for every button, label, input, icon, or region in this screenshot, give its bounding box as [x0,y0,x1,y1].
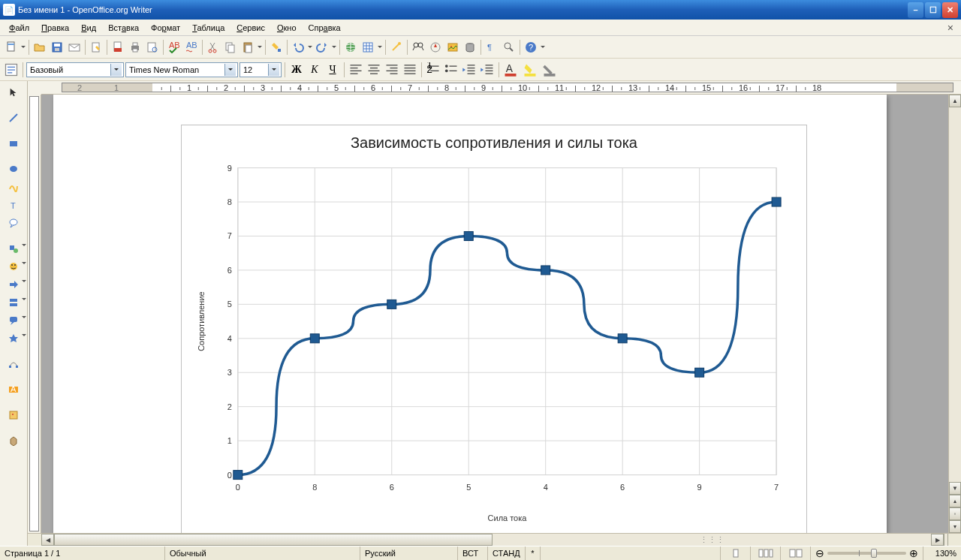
status-language[interactable]: Русский [360,546,458,560]
hyperlink-icon[interactable] [342,39,359,56]
scroll-down-button[interactable]: ▼ [949,482,961,495]
save-icon[interactable] [49,39,65,56]
spellcheck-icon[interactable]: ABC [166,39,182,56]
horizontal-scroll-track[interactable]: ⋮⋮⋮ [54,534,931,546]
format-paintbrush-icon[interactable] [268,39,285,56]
new-document-icon[interactable] [3,39,20,56]
callouts-tool[interactable] [5,312,22,329]
align-center-icon[interactable] [366,62,382,78]
paste-icon[interactable] [239,39,256,56]
zoom-icon[interactable] [501,39,517,56]
zoom-percentage[interactable]: 130% [923,546,961,560]
table-icon[interactable] [360,39,376,56]
menu-edit[interactable]: Правка [35,22,75,34]
zoom-slider[interactable]: ⊖ ⊕ [811,546,923,560]
new-dropdown[interactable] [20,44,26,50]
redo-dropdown[interactable] [331,44,337,50]
status-signature[interactable] [541,546,721,560]
line-tool[interactable] [5,110,22,126]
chart-object[interactable]: Зависимость сопротивления и силы тока 01… [181,125,807,533]
stars-tool[interactable] [5,330,22,347]
menu-tools[interactable]: Сервис [230,22,271,34]
from-file-tool[interactable] [5,407,22,423]
block-arrows-tool[interactable] [5,276,22,293]
find-replace-icon[interactable] [410,39,426,56]
text-tool[interactable]: T [5,197,22,213]
decrease-indent-icon[interactable] [461,62,477,78]
data-sources-icon[interactable] [462,39,478,56]
background-color-icon[interactable] [541,62,558,78]
flowchart-tool[interactable] [5,294,22,311]
gallery-icon[interactable] [444,39,461,56]
scroll-up-button[interactable]: ▲ [949,95,961,107]
status-modified[interactable]: * [526,546,541,560]
status-selection-mode[interactable]: СТАНД [488,546,526,560]
view-layout-book[interactable] [781,546,811,560]
print-icon[interactable] [127,39,143,56]
numbered-list-icon[interactable]: 12 [425,62,441,78]
vertical-ruler[interactable] [28,95,41,533]
undo-icon[interactable] [290,39,306,56]
view-layout-single[interactable] [721,546,751,560]
menu-table[interactable]: Таблица [186,22,230,34]
increase-indent-icon[interactable] [479,62,496,78]
bullet-list-icon[interactable] [443,62,459,78]
export-pdf-icon[interactable] [110,39,126,56]
horizontal-ruler[interactable]: 12123456789101112131415161718 [41,81,961,95]
minimize-button[interactable]: – [908,2,923,18]
close-document-button[interactable]: × [943,22,958,34]
status-insert-mode[interactable]: ВСТ [458,546,488,560]
vertical-scrollbar[interactable]: ▲ ▼ ▴ ◦ ▾ [948,95,961,533]
close-button[interactable]: ✕ [942,2,958,18]
status-style[interactable]: Обычный [165,546,360,560]
selection-tool[interactable] [5,84,22,101]
table-dropdown[interactable] [377,44,383,50]
cut-icon[interactable] [205,39,221,56]
font-size-combo[interactable]: 12 [239,62,282,77]
toolbar-overflow[interactable] [540,44,546,50]
scroll-right-button[interactable]: ▶ [931,534,944,546]
menu-window[interactable]: Окно [271,22,303,34]
undo-dropdown[interactable] [307,44,313,50]
callout-tool[interactable] [5,215,22,231]
nonprinting-chars-icon[interactable]: ¶ [484,39,500,56]
nav-browse[interactable]: ◦ [949,507,961,520]
menu-view[interactable]: Вид [75,22,102,34]
symbol-shapes-tool[interactable] [5,258,22,275]
points-tool[interactable] [5,356,22,372]
underline-button[interactable]: Ч [324,62,341,78]
align-left-icon[interactable] [348,62,364,78]
rectangle-tool[interactable] [5,135,22,152]
font-name-combo[interactable]: Times New Roman [125,62,238,77]
scroll-left-button[interactable]: ◀ [41,534,54,546]
copy-icon[interactable] [222,39,239,56]
status-page[interactable]: Страница 1 / 1 [0,546,165,560]
menu-help[interactable]: Справка [303,22,347,34]
paste-dropdown[interactable] [257,44,263,50]
print-preview-icon[interactable] [144,39,161,56]
redo-icon[interactable] [314,39,330,56]
help-icon[interactable]: ? [523,39,539,56]
fontwork-tool[interactable]: A [5,381,22,398]
menu-insert[interactable]: Вставка [102,22,145,34]
basic-shapes-tool[interactable] [5,240,22,257]
paragraph-style-combo[interactable]: Базовый [26,62,124,77]
freeform-line-tool[interactable] [5,179,22,195]
align-right-icon[interactable] [384,62,400,78]
align-justify-icon[interactable] [402,62,418,78]
bold-button[interactable]: Ж [288,62,305,78]
nav-next-page[interactable]: ▾ [949,520,961,533]
ellipse-tool[interactable] [5,161,22,177]
navigator-icon[interactable] [427,39,444,56]
email-icon[interactable] [66,39,83,56]
italic-button[interactable]: К [306,62,323,78]
extrusion-tool[interactable] [5,432,22,449]
menu-file[interactable]: Файл [3,22,35,34]
maximize-button[interactable]: ☐ [925,2,941,18]
view-layout-multi[interactable] [751,546,781,560]
nav-prev-page[interactable]: ▴ [949,495,961,507]
font-color-icon[interactable]: A [502,62,519,78]
menu-format[interactable]: Формат [145,22,186,34]
highlight-color-icon[interactable] [522,62,538,78]
auto-spellcheck-icon[interactable]: ABC [183,39,200,56]
